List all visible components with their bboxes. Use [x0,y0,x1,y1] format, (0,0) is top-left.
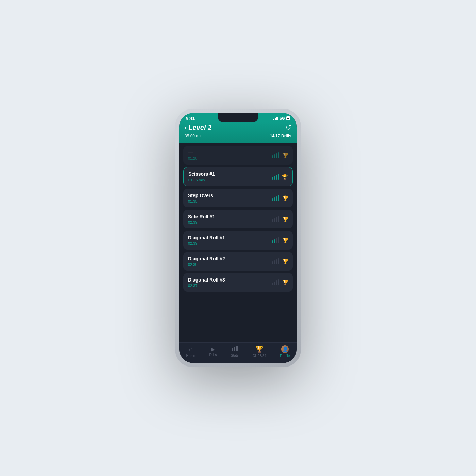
nav-label-home: Home [186,354,196,358]
drill-info: — 01:28 min [188,150,204,160]
signal-icon [273,117,278,120]
drill-info: Diagonal Roll #3 02:37 min [188,277,225,288]
nav-item-stats[interactable]: Stats [231,346,239,357]
phone-screen: 9:41 5G ■ [179,113,297,363]
drill-info: Side Roll #1 02:39 min [188,214,215,224]
drill-item-partial[interactable]: — 01:28 min 🏆 [183,146,293,165]
battery-icon: ■ [286,116,290,120]
trophy-icon: 🏆 [282,238,288,243]
drill-time: 01:35 min [188,178,215,182]
nav-label-cl2324: CL 23/24 [253,354,266,358]
drill-name: — [188,150,204,155]
nav-label-drills: Drills [209,353,217,357]
drill-time: 02:39 min [188,241,225,245]
list-item[interactable]: Diagonal Roll #2 02:39 min 🏆 [183,252,293,271]
nav-item-profile[interactable]: 👤 Profile [280,345,290,358]
drill-name: Scissors #1 [188,171,215,177]
drill-time: 02:39 min [188,262,225,267]
trophy-icon: 🏆 [282,259,288,264]
header-drills-count: 14/17 Drills [270,134,291,138]
list-item[interactable]: Step Overs 01:35 min 🏆 [183,189,293,207]
list-item[interactable]: Diagonal Roll #1 02:39 min 🏆 [183,231,293,250]
trophy-icon: 🏆 [282,217,288,222]
drill-time: 02:39 min [188,220,215,224]
drill-info: Diagonal Roll #1 02:39 min [188,235,225,245]
list-item[interactable]: Scissors #1 01:35 min 🏆 [183,167,293,186]
back-button[interactable]: ‹ [185,124,186,131]
drill-name: Diagonal Roll #1 [188,235,225,240]
drill-right: 🏆 [272,258,288,264]
drill-info: Step Overs 01:35 min [188,193,213,203]
drill-info: Diagonal Roll #2 02:39 min [188,256,225,267]
drill-right: 🏆 [272,174,288,180]
svg-rect-0 [232,348,233,351]
refresh-icon[interactable]: ↺ [286,123,291,132]
nav-item-cl2324[interactable]: 🏆 CL 23/24 [253,345,266,358]
status-icons: 5G ■ [273,116,290,120]
list-item[interactable]: Diagonal Roll #3 02:37 min 🏆 [183,273,293,292]
list-item[interactable]: Side Roll #1 02:39 min 🏆 [183,210,293,228]
nav-item-drills[interactable]: ▶ Drills [209,346,217,357]
bars-indicator [272,216,279,222]
bars-indicator [272,279,279,285]
drill-right: 🏆 [272,279,288,285]
svg-rect-2 [236,346,238,351]
drill-time: 01:35 min [188,199,213,203]
drill-name: Diagonal Roll #2 [188,256,225,261]
nav-label-stats: Stats [231,354,239,357]
trophy-icon: 🏆 [282,196,288,201]
drills-icon: ▶ [211,346,215,352]
phone-mockup: 9:41 5G ■ [175,109,301,367]
bars-indicator [272,174,279,180]
phone-frame: 9:41 5G ■ [175,109,301,367]
home-icon: ⌂ [189,346,192,353]
drill-name: Step Overs [188,193,213,198]
drill-info: Scissors #1 01:35 min [188,171,215,182]
bars-indicator [272,152,279,158]
nav-item-home[interactable]: ⌂ Home [186,346,196,358]
trophy-icon: 🏆 [282,280,288,285]
cl-icon: 🏆 [256,345,263,353]
bars-indicator [272,237,279,243]
status-time: 9:41 [186,116,195,121]
drill-right: 🏆 [272,195,288,201]
drill-time: 01:28 min [188,156,204,160]
avatar: 👤 [281,345,289,353]
bottom-navigation: ⌂ Home ▶ Drills [179,342,297,363]
nav-label-profile: Profile [280,354,290,358]
bars-indicator [272,195,279,201]
bars-indicator [272,258,279,264]
drill-name: Side Roll #1 [188,214,215,219]
trophy-icon: 🏆 [282,174,288,180]
drill-right: 🏆 [272,237,288,243]
trophy-icon: 🏆 [282,153,288,158]
drill-right: 🏆 [272,216,288,222]
header-duration: 35.00 min [185,134,203,138]
stats-icon [232,346,238,353]
svg-rect-1 [234,347,235,351]
network-type: 5G [280,116,285,120]
drill-name: Diagonal Roll #3 [188,277,225,283]
drills-list: — 01:28 min 🏆 [179,143,297,342]
level-title: Level 2 [188,124,211,132]
notch [218,113,258,122]
drill-time: 02:37 min [188,284,225,288]
drill-right: 🏆 [272,152,288,158]
level-header: ‹ Level 2 ↺ 35.00 min 14/17 Drills [179,122,297,143]
